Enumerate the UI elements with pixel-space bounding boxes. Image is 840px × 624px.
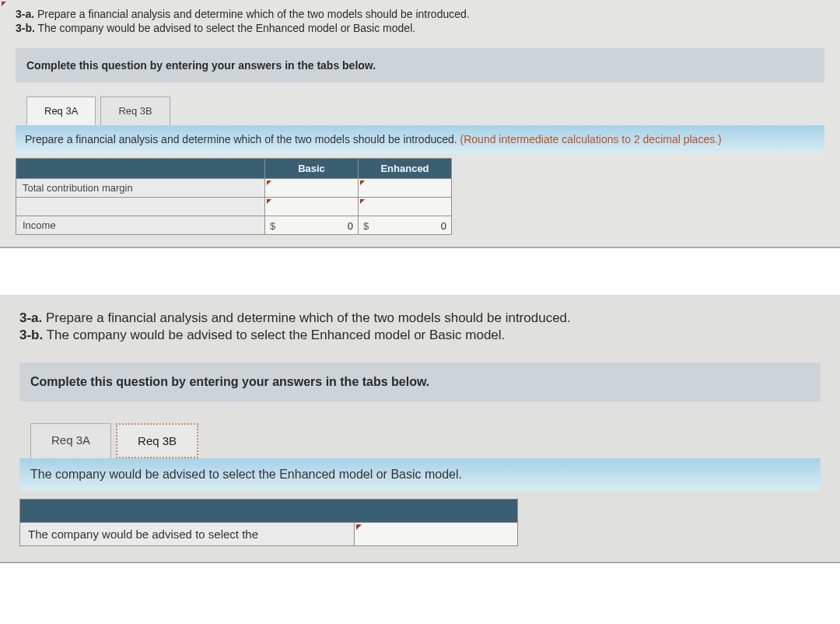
analysis-table: Basic Enhanced Total contribution margin… <box>16 158 452 235</box>
answer-header-blank <box>20 500 518 523</box>
instruction-bar-b: Complete this question by entering your … <box>19 363 821 401</box>
income-enhanced-cell: $ 0 <box>359 216 452 235</box>
answer-row: The company would be advised to select t… <box>20 523 518 546</box>
q3a-text-b: Prepare a financial analysis and determi… <box>46 310 571 325</box>
edit-indicator-icon <box>267 181 271 185</box>
tab-req-3a-b[interactable]: Req 3A <box>30 423 111 458</box>
tab-b-body: The company would be advised to select t… <box>19 458 821 546</box>
edit-indicator-icon <box>360 199 365 204</box>
income-label: Income <box>16 216 265 235</box>
question-panel-top: 3-a. Prepare a financial analysis and de… <box>0 0 840 248</box>
answer-label: The company would be advised to select t… <box>20 523 355 546</box>
q3a-line-b: 3-a. Prepare a financial analysis and de… <box>19 310 821 326</box>
table-row-tcm: Total contribution margin <box>16 179 452 198</box>
blank-basic-input[interactable] <box>265 198 359 216</box>
tabs: Req 3A Req 3B <box>26 96 824 125</box>
currency-symbol: $ <box>270 219 275 231</box>
prompt-hint: (Round intermediate calculations to 2 de… <box>460 133 722 145</box>
header-enhanced: Enhanced <box>359 159 452 179</box>
edit-indicator-icon <box>267 199 271 204</box>
edit-indicator-icon <box>356 524 362 530</box>
blank-enhanced-input[interactable] <box>359 198 452 216</box>
tabs-b: Req 3A Req 3B <box>30 423 821 458</box>
tcm-basic-input[interactable] <box>265 179 359 198</box>
blank-label[interactable] <box>16 198 265 216</box>
income-enhanced-value: 0 <box>441 219 446 231</box>
table-header-row: Basic Enhanced <box>16 159 452 179</box>
q3b-label: 3-b. <box>16 22 35 34</box>
q3a-text: Prepare a financial analysis and determi… <box>37 8 470 20</box>
tcm-label: Total contribution margin <box>16 179 265 198</box>
prompt-text: Prepare a financial analysis and determi… <box>25 133 460 145</box>
tab-req-3b[interactable]: Req 3B <box>100 96 170 125</box>
income-basic-cell: $ 0 <box>265 216 359 235</box>
q3a-label: 3-a. <box>16 8 34 20</box>
tab-req-3b-b[interactable]: Req 3B <box>116 423 198 458</box>
income-basic-value: 0 <box>348 219 353 231</box>
q3a-line: 3-a. Prepare a financial analysis and de… <box>16 8 824 20</box>
answer-table: The company would be advised to select t… <box>19 499 518 546</box>
q3b-line: 3-b. The company would be advised to sel… <box>16 22 824 34</box>
edit-indicator-icon <box>360 181 365 185</box>
q3b-line-b: 3-b. The company would be advised to sel… <box>19 328 821 343</box>
header-blank <box>16 159 265 179</box>
tab-a-prompt: Prepare a financial analysis and determi… <box>16 125 824 153</box>
q3a-label-b: 3-a. <box>19 310 42 325</box>
tab-req-3a[interactable]: Req 3A <box>26 96 96 125</box>
header-basic: Basic <box>265 159 359 179</box>
q3b-text-b: The company would be advised to select t… <box>47 328 506 342</box>
answer-header-row <box>20 500 518 523</box>
q3b-text: The company would be advised to select t… <box>38 22 416 34</box>
tab-a-body: Prepare a financial analysis and determi… <box>16 125 824 235</box>
instruction-bar: Complete this question by entering your … <box>16 48 824 82</box>
answer-select[interactable] <box>355 523 518 546</box>
edit-indicator-icon <box>2 2 6 6</box>
currency-symbol: $ <box>363 219 369 231</box>
question-panel-bottom: 3-a. Prepare a financial analysis and de… <box>0 295 840 563</box>
tcm-enhanced-input[interactable] <box>359 179 452 198</box>
tab-b-prompt: The company would be advised to select t… <box>19 458 821 491</box>
table-row-income: Income $ 0 $ 0 <box>16 216 452 235</box>
q3b-label-b: 3-b. <box>19 328 43 342</box>
table-row-blank <box>16 198 452 216</box>
